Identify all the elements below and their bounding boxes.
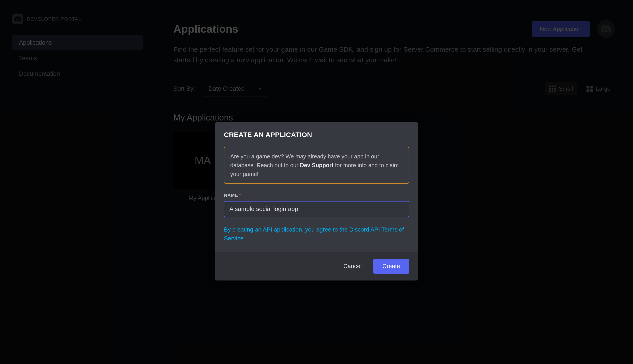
application-name-input[interactable] (224, 201, 409, 217)
modal-footer: Cancel Create (215, 252, 418, 280)
cancel-button[interactable]: Cancel (339, 260, 366, 273)
name-label-text: NAME (224, 193, 238, 198)
create-button[interactable]: Create (373, 258, 409, 274)
tos-link[interactable]: By creating an API application, you agre… (224, 225, 409, 243)
dev-info-box: Are you a game dev? We may already have … (224, 147, 409, 184)
dev-support-link[interactable]: Dev Support (300, 162, 334, 168)
modal-title: CREATE AN APPLICATION (224, 131, 409, 138)
create-application-modal: CREATE AN APPLICATION Are you a game dev… (215, 122, 418, 280)
name-field-label: NAME* (224, 193, 409, 198)
modal-body: CREATE AN APPLICATION Are you a game dev… (215, 122, 418, 252)
required-marker: * (239, 193, 241, 198)
